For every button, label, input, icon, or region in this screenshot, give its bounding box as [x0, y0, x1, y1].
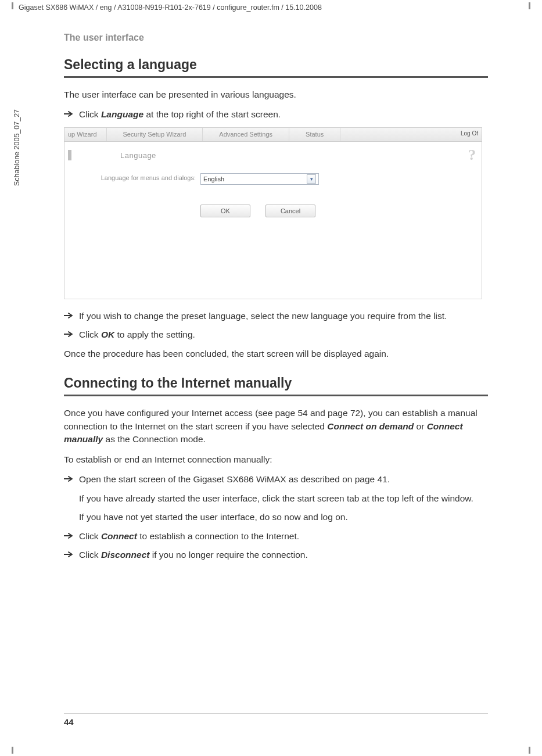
language-select-value: English — [203, 175, 224, 182]
chevron-down-icon: ▾ — [307, 174, 316, 184]
tab-security-setup-wizard[interactable]: Security Setup Wizard — [107, 128, 203, 141]
language-field-label: Language for menus and dialogs: — [85, 174, 196, 182]
crop-mark — [12, 2, 13, 9]
button-row: OK Cancel — [200, 205, 315, 217]
arrow-icon — [64, 110, 74, 121]
page-number: 44 — [64, 717, 74, 727]
panel-title: Language — [120, 151, 156, 160]
side-marker — [68, 150, 71, 160]
doc-template-label: Schablone 2005_07_27 — [13, 109, 21, 186]
section-title-connecting: Connecting to the Internet manually — [64, 375, 488, 391]
running-head: The user interface — [64, 33, 488, 43]
logoff-link[interactable]: Log Of — [461, 130, 478, 137]
text-fragment: Click — [79, 531, 101, 541]
section-rule — [64, 76, 488, 78]
step-item: If you wish to change the preset languag… — [64, 310, 488, 323]
text-bold-italic: Connect — [101, 531, 137, 541]
arrow-icon — [64, 551, 74, 561]
text-fragment: or — [414, 421, 426, 431]
language-select[interactable]: English ▾ — [200, 173, 319, 185]
cancel-button[interactable]: Cancel — [265, 205, 315, 217]
ok-button[interactable]: OK — [200, 205, 250, 217]
tab-status[interactable]: Status — [289, 128, 340, 141]
step-subtext: If you have already started the user int… — [79, 492, 488, 505]
arrow-icon — [64, 532, 74, 543]
arrow-icon — [64, 331, 74, 341]
section2-p1: Once you have configured your Internet a… — [64, 407, 488, 446]
crop-mark — [529, 2, 530, 9]
step-item: Click Disconnect if you no longer requir… — [64, 549, 488, 561]
footer-rule — [64, 714, 488, 714]
step-subtext: If you have not yet started the user int… — [79, 511, 488, 524]
text-bold-italic: Connect on demand — [327, 421, 414, 431]
step-text: Click Connect to establish a connection … — [79, 530, 299, 543]
text-fragment: if you no longer require the connection. — [149, 550, 307, 560]
step-item: Click Connect to establish a connection … — [64, 530, 488, 543]
text-fragment: as the Connection mode. — [103, 434, 206, 444]
step-text: Click OK to apply the setting. — [79, 328, 195, 341]
text-bold-italic: Language — [101, 109, 143, 119]
tab-advanced-settings[interactable]: Advanced Settings — [203, 128, 289, 141]
text-fragment: to establish a connection to the Interne… — [137, 531, 299, 541]
doc-header-path: Gigaset SX686 WiMAX / eng / A31008-N919-… — [19, 3, 322, 12]
crop-mark — [529, 747, 530, 754]
text-bold-italic: Disconnect — [101, 550, 150, 560]
text-bold-italic: OK — [101, 329, 114, 339]
text-fragment: at the top right of the start screen. — [143, 109, 281, 119]
text-fragment: Click — [79, 109, 101, 119]
help-icon[interactable]: ? — [468, 146, 476, 164]
section1-intro: The user interface can be presented in v… — [64, 88, 488, 101]
text-fragment: Click — [79, 329, 101, 339]
text-fragment: to apply the setting. — [114, 329, 195, 339]
arrow-icon — [64, 475, 74, 486]
ui-tabbar: up Wizard Security Setup Wizard Advanced… — [64, 128, 482, 142]
section1-outro: Once the procedure has been concluded, t… — [64, 347, 488, 360]
section-rule — [64, 395, 488, 396]
crop-mark — [12, 747, 13, 754]
step-text: Open the start screen of the Gigaset SX6… — [79, 473, 390, 486]
section-title-language: Selecting a language — [64, 57, 488, 73]
section2-p2: To establish or end an Internet connecti… — [64, 453, 488, 466]
step-item: Click Language at the top right of the s… — [64, 108, 488, 121]
step-item: Open the start screen of the Gigaset SX6… — [64, 473, 488, 486]
step-text: Click Language at the top right of the s… — [79, 108, 281, 121]
embedded-ui-screenshot: up Wizard Security Setup Wizard Advanced… — [64, 127, 482, 299]
step-text: Click Disconnect if you no longer requir… — [79, 549, 308, 561]
ui-body: Language ? Language for menus and dialog… — [64, 142, 482, 299]
text-fragment: Click — [79, 550, 101, 560]
step-item: Click OK to apply the setting. — [64, 328, 488, 341]
step-text: If you wish to change the preset languag… — [79, 310, 447, 323]
arrow-icon — [64, 312, 74, 323]
tab-setup-wizard[interactable]: up Wizard — [64, 128, 107, 141]
